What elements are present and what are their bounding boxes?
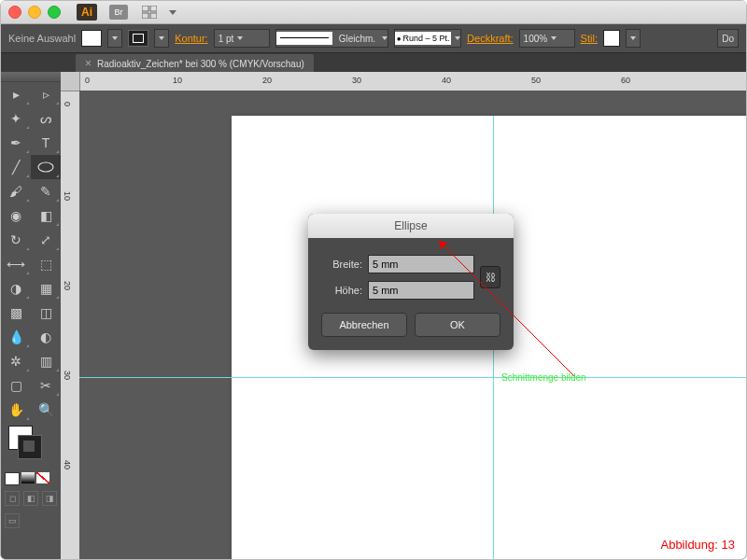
paintbrush-tool[interactable]: 🖌	[1, 179, 31, 203]
eyedropper-tool[interactable]: 💧	[1, 325, 31, 349]
smartguide-label: Schnittmenge bilden	[501, 372, 586, 383]
arrange-dropdown-icon[interactable]	[169, 10, 176, 15]
brush-preview-icon: Rund – 5 Pt.	[395, 32, 451, 45]
opacity-label[interactable]: Deckkraft:	[467, 33, 514, 44]
stroke-dropdown[interactable]	[154, 29, 169, 48]
eraser-tool[interactable]: ◧	[31, 203, 61, 228]
canvas[interactable]: Ellipse Breite: Höhe: ⛓ Abbrechen OK	[79, 91, 746, 559]
svg-rect-3	[150, 13, 157, 19]
document-tabs: × Radioaktiv_Zeichen* bei 300 % (CMYK/Vo…	[1, 53, 746, 74]
fill-dropdown[interactable]	[107, 29, 122, 48]
scale-tool[interactable]: ⤢	[31, 228, 61, 252]
horizontal-ruler[interactable]: 0 10 20 30 40 50 60	[61, 72, 746, 91]
selection-tool[interactable]: ▸	[1, 82, 31, 106]
symbol-sprayer-tool[interactable]: ✲	[1, 349, 31, 373]
stroke-swatch[interactable]	[128, 30, 148, 47]
ok-button[interactable]: OK	[415, 313, 500, 337]
style-swatch[interactable]	[603, 30, 620, 47]
svg-rect-0	[142, 6, 148, 11]
constrain-proportions-button[interactable]: ⛓	[480, 266, 500, 288]
fill-swatch[interactable]	[81, 30, 102, 47]
height-label: Höhe:	[321, 285, 362, 296]
tab-title: Radioaktiv_Zeichen* bei 300 % (CMYK/Vors…	[97, 59, 304, 69]
draw-normal-icon[interactable]: ◻	[5, 491, 20, 506]
selection-label: Keine Auswahl	[8, 33, 76, 44]
ellipse-tool[interactable]	[31, 155, 61, 179]
width-input[interactable]	[368, 255, 474, 273]
dialog-title: Ellipse	[308, 214, 514, 238]
draw-behind-icon[interactable]: ◧	[23, 491, 38, 506]
color-solid-icon[interactable]	[5, 472, 20, 485]
smartguide-horizontal	[79, 377, 746, 378]
color-gradient-icon[interactable]	[21, 472, 35, 483]
draw-inside-icon[interactable]: ◨	[42, 491, 57, 506]
app-window: Ai Br Keine Auswahl Kontur: 1 pt Gleichm…	[0, 0, 747, 560]
document-tab[interactable]: × Radioaktiv_Zeichen* bei 300 % (CMYK/Vo…	[76, 54, 314, 73]
close-tab-icon[interactable]: ×	[85, 57, 92, 70]
fill-stroke-control[interactable]	[1, 422, 61, 470]
titlebar: Ai Br	[1, 1, 746, 24]
control-bar: Keine Auswahl Kontur: 1 pt Gleichm. Rund…	[1, 24, 746, 53]
blob-brush-tool[interactable]: ◉	[1, 203, 31, 228]
svg-rect-1	[150, 6, 157, 11]
direct-selection-tool[interactable]: ▹	[31, 82, 61, 106]
graph-tool[interactable]: ▥	[31, 349, 61, 373]
style-dropdown[interactable]	[626, 29, 641, 48]
vertical-ruler[interactable]: 0 10 20 30 40	[61, 91, 80, 559]
screen-mode-row: ◻ ◧ ◨	[1, 487, 61, 510]
stroke-weight-dropdown[interactable]: 1 pt	[214, 29, 270, 48]
figure-label: Abbildung: 13	[660, 538, 735, 552]
shape-builder-tool[interactable]: ◑	[1, 276, 31, 301]
slice-tool[interactable]: ✂	[31, 373, 61, 398]
stroke-dash-dropdown[interactable]: Gleichm.	[275, 29, 388, 48]
stroke-color-icon[interactable]	[18, 435, 42, 459]
workspace: ▸ ▹ ✦ ᔕ ✒ T ╱ 🖌 ✎ ◉ ◧ ↻ ⤢ ⟷ ⬚ ◑ ▦ ▩ ◫ 💧 …	[1, 72, 746, 559]
rotate-tool[interactable]: ↻	[1, 228, 31, 252]
svg-point-4	[38, 162, 53, 172]
gradient-tool[interactable]: ◫	[31, 301, 61, 325]
close-window-button[interactable]	[8, 6, 21, 19]
toolbox-header[interactable]	[1, 72, 61, 82]
pen-tool[interactable]: ✒	[1, 131, 31, 155]
color-none-icon[interactable]	[36, 472, 49, 483]
screen-mode-button[interactable]: ▭	[5, 513, 20, 528]
free-transform-tool[interactable]: ⬚	[31, 252, 61, 276]
color-mode-row	[1, 470, 61, 487]
type-tool[interactable]: T	[31, 131, 61, 155]
toolbox: ▸ ▹ ✦ ᔕ ✒ T ╱ 🖌 ✎ ◉ ◧ ↻ ⤢ ⟷ ⬚ ◑ ▦ ▩ ◫ 💧 …	[1, 72, 62, 559]
cancel-button[interactable]: Abbrechen	[321, 313, 407, 337]
stroke-preview-icon	[276, 32, 332, 45]
lasso-tool[interactable]: ᔕ	[31, 106, 61, 131]
perspective-tool[interactable]: ▦	[31, 276, 61, 301]
opacity-dropdown[interactable]: 100%	[519, 29, 575, 48]
stroke-label[interactable]: Kontur:	[175, 33, 207, 44]
view-mode-row: ▭	[1, 510, 61, 532]
line-tool[interactable]: ╱	[1, 155, 31, 179]
height-input[interactable]	[368, 281, 474, 300]
style-label[interactable]: Stil:	[581, 33, 598, 44]
svg-rect-2	[142, 13, 148, 19]
magic-wand-tool[interactable]: ✦	[1, 106, 31, 131]
zoom-window-button[interactable]	[48, 6, 61, 19]
minimize-window-button[interactable]	[28, 6, 41, 19]
artboard-tool[interactable]: ▢	[1, 373, 31, 398]
mesh-tool[interactable]: ▩	[1, 301, 31, 325]
brush-dropdown[interactable]: Rund – 5 Pt.	[394, 29, 461, 48]
arrange-documents-button[interactable]	[140, 5, 159, 20]
blend-tool[interactable]: ◐	[31, 325, 61, 349]
zoom-tool[interactable]: 🔍	[31, 398, 61, 422]
bridge-button[interactable]: Br	[109, 5, 128, 20]
ellipse-dialog: Ellipse Breite: Höhe: ⛓ Abbrechen OK	[308, 214, 514, 350]
width-tool[interactable]: ⟷	[1, 252, 31, 276]
app-logo-icon: Ai	[77, 4, 97, 21]
pencil-tool[interactable]: ✎	[31, 179, 61, 203]
width-label: Breite:	[321, 259, 362, 270]
hand-tool[interactable]: ✋	[1, 398, 31, 422]
doc-setup-button[interactable]: Do	[717, 29, 739, 48]
ruler-origin[interactable]	[61, 72, 80, 91]
